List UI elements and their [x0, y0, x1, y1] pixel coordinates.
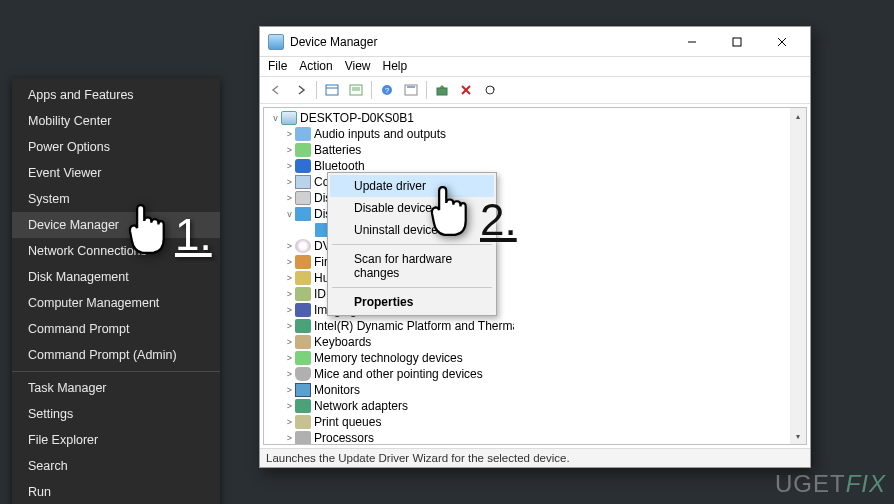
img-icon — [295, 303, 311, 317]
net-icon — [295, 399, 311, 413]
svg-rect-12 — [407, 86, 415, 88]
computer-icon — [281, 111, 297, 125]
update-driver-button[interactable] — [431, 80, 453, 100]
context-menu-item[interactable]: Update driver — [330, 175, 494, 197]
toolbar[interactable]: ? — [260, 77, 810, 104]
winx-item[interactable]: Event Viewer — [12, 160, 220, 186]
winx-item[interactable]: Command Prompt — [12, 316, 220, 342]
expand-icon[interactable]: > — [284, 302, 295, 318]
menu-item[interactable]: Help — [383, 59, 408, 73]
expand-icon[interactable]: > — [284, 174, 295, 190]
tree-root[interactable]: vDESKTOP-D0KS0B1 — [270, 110, 804, 126]
winx-item[interactable]: Computer Management — [12, 290, 220, 316]
step-label-2: 2. — [480, 195, 517, 245]
winx-item[interactable]: Power Options — [12, 134, 220, 160]
watermark: UGETFIX — [775, 470, 886, 498]
tree-node[interactable]: >Batteries — [270, 142, 804, 158]
menubar[interactable]: FileActionViewHelp — [260, 57, 810, 77]
expand-icon[interactable]: > — [284, 350, 295, 366]
menu-item[interactable]: File — [268, 59, 287, 73]
expand-icon[interactable]: > — [284, 158, 295, 174]
winx-item[interactable]: Command Prompt (Admin) — [12, 342, 220, 368]
expand-icon[interactable]: > — [284, 334, 295, 350]
step-label-1: 1. — [175, 210, 212, 260]
status-bar: Launches the Update Driver Wizard for th… — [260, 448, 810, 467]
battery-icon — [295, 143, 311, 157]
svg-rect-1 — [733, 38, 741, 46]
mouse-icon — [295, 367, 311, 381]
tree-node[interactable]: >Memory technology devices — [270, 350, 804, 366]
scroll-down-button[interactable]: ▾ — [790, 428, 806, 444]
expand-icon[interactable]: v — [284, 206, 295, 222]
tree-node[interactable]: >Keyboards — [270, 334, 804, 350]
titlebar[interactable]: Device Manager — [260, 27, 810, 57]
scan-button[interactable] — [479, 80, 501, 100]
close-button[interactable] — [759, 28, 804, 56]
uninstall-button[interactable] — [455, 80, 477, 100]
svg-text:?: ? — [385, 86, 390, 95]
winx-item[interactable]: Run — [12, 479, 220, 504]
hid-icon — [295, 271, 311, 285]
winx-menu[interactable]: Apps and FeaturesMobility CenterPower Op… — [12, 78, 220, 504]
device-context-menu[interactable]: Update driverDisable deviceUninstall dev… — [327, 172, 497, 316]
bt-icon — [295, 159, 311, 173]
expand-icon[interactable]: > — [284, 254, 295, 270]
firm-icon — [295, 255, 311, 269]
disk-icon — [295, 191, 311, 205]
expand-icon[interactable]: > — [284, 190, 295, 206]
net-icon — [295, 319, 311, 333]
dvd-icon — [295, 239, 311, 253]
cpu-icon — [295, 431, 311, 444]
monitor-icon — [295, 383, 311, 397]
back-button[interactable] — [266, 80, 288, 100]
properties-button[interactable] — [345, 80, 367, 100]
winx-item[interactable]: Settings — [12, 401, 220, 427]
context-menu-item[interactable]: Scan for hardware changes — [330, 248, 494, 284]
expand-icon[interactable]: > — [284, 414, 295, 430]
expand-icon[interactable]: > — [284, 366, 295, 382]
winx-item[interactable]: Mobility Center — [12, 108, 220, 134]
svg-rect-4 — [326, 85, 338, 95]
winx-item[interactable]: File Explorer — [12, 427, 220, 453]
winx-item[interactable]: Search — [12, 453, 220, 479]
scroll-up-button[interactable]: ▴ — [790, 108, 806, 124]
expand-icon[interactable]: > — [284, 382, 295, 398]
help-button[interactable]: ? — [376, 80, 398, 100]
context-menu-item[interactable]: Uninstall device — [330, 219, 494, 241]
expand-icon[interactable]: > — [284, 270, 295, 286]
tree-node[interactable]: >Processors — [270, 430, 804, 444]
expand-icon[interactable]: > — [284, 318, 295, 334]
maximize-button[interactable] — [714, 28, 759, 56]
winx-item[interactable]: Task Manager — [12, 375, 220, 401]
properties-icon[interactable] — [400, 80, 422, 100]
vertical-scrollbar[interactable]: ▴ ▾ — [790, 108, 806, 444]
context-menu-item[interactable]: Disable device — [330, 197, 494, 219]
tree-node[interactable]: >Monitors — [270, 382, 804, 398]
printq-icon — [295, 415, 311, 429]
tree-node[interactable]: >Network adapters — [270, 398, 804, 414]
tree-node[interactable]: >Print queues — [270, 414, 804, 430]
winx-item[interactable]: Disk Management — [12, 264, 220, 290]
audio-icon — [295, 127, 311, 141]
forward-button[interactable] — [290, 80, 312, 100]
context-menu-item[interactable]: Properties — [330, 291, 494, 313]
tree-node[interactable]: >Mice and other pointing devices — [270, 366, 804, 382]
minimize-button[interactable] — [669, 28, 714, 56]
expand-icon[interactable]: > — [284, 238, 295, 254]
menu-item[interactable]: View — [345, 59, 371, 73]
expand-icon[interactable]: > — [284, 286, 295, 302]
expand-icon[interactable]: > — [284, 126, 295, 142]
window-title: Device Manager — [290, 35, 669, 49]
menu-item[interactable]: Action — [299, 59, 332, 73]
winx-item[interactable]: System — [12, 186, 220, 212]
show-hide-button[interactable] — [321, 80, 343, 100]
expand-icon[interactable]: > — [284, 142, 295, 158]
svg-rect-13 — [437, 88, 447, 95]
winx-item[interactable]: Apps and Features — [12, 82, 220, 108]
tree-node[interactable]: >Intel(R) Dynamic Platform and Thermal F… — [270, 318, 804, 334]
app-icon — [268, 34, 284, 50]
expand-icon[interactable]: > — [284, 398, 295, 414]
computer-icon — [295, 175, 311, 189]
expand-icon[interactable]: > — [284, 430, 295, 444]
tree-node[interactable]: >Audio inputs and outputs — [270, 126, 804, 142]
